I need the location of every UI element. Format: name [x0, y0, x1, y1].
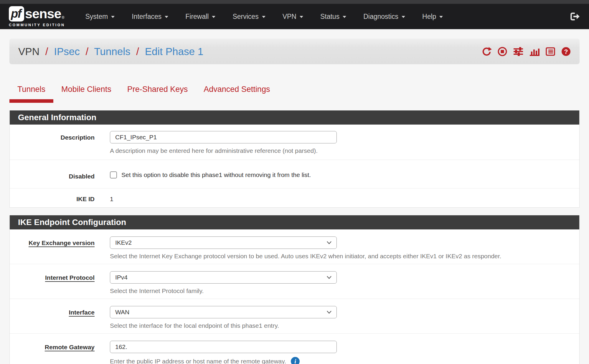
nav-item-interfaces[interactable]: Interfaces	[123, 13, 177, 21]
internet-protocol-row: Internet Protocol IPv4 Select the Intern…	[10, 264, 579, 299]
chevron-down-icon	[212, 16, 215, 18]
tab-bar: Tunnels Mobile Clients Pre-Shared Keys A…	[9, 82, 580, 103]
page-header-bar: VPN / IPsec / Tunnels / Edit Phase 1	[9, 39, 580, 64]
info-icon[interactable]: i	[291, 357, 300, 364]
chevron-down-icon	[402, 16, 405, 18]
disabled-label: Disabled	[10, 170, 95, 180]
internet-protocol-help-text: Select the Internet Protocol family.	[110, 287, 579, 294]
logo-brand-text: sense	[25, 6, 61, 21]
general-information-panel: General Information Description A descri…	[9, 110, 580, 208]
internet-protocol-select[interactable]: IPv4	[110, 271, 337, 284]
header-action-icons: ?	[481, 46, 571, 57]
chevron-down-icon	[326, 241, 332, 244]
ike-id-row: IKE ID 1	[10, 188, 579, 207]
sign-out-icon[interactable]	[570, 11, 580, 22]
chevron-down-icon	[326, 310, 332, 314]
description-label: Description	[10, 131, 95, 154]
breadcrumb-link-tunnels[interactable]: Tunnels	[94, 46, 130, 57]
pf-logo-mark: pf	[9, 6, 24, 21]
tab-tunnels[interactable]: Tunnels	[9, 82, 53, 103]
chevron-down-icon	[343, 16, 346, 18]
ike-endpoint-configuration-panel: IKE Endpoint Configuration Key Exchange …	[9, 215, 580, 364]
panel-title-general-information: General Information	[10, 110, 579, 125]
ike-id-value: 1	[110, 193, 579, 203]
nav-item-status[interactable]: Status	[312, 13, 355, 21]
logo-subtitle: COMMUNITY EDITION	[9, 23, 65, 27]
svg-text:?: ?	[564, 48, 568, 55]
key-exchange-row: Key Exchange version IKEv2 Select the In…	[10, 229, 579, 264]
tab-pre-shared-keys[interactable]: Pre-Shared Keys	[119, 82, 196, 103]
disabled-checkbox-label: Set this option to disable this phase1 w…	[121, 171, 311, 178]
pfsense-logo[interactable]: pf sense ® COMMUNITY EDITION	[9, 6, 65, 27]
nav-item-vpn[interactable]: VPN	[274, 13, 312, 21]
log-icon[interactable]	[545, 46, 556, 57]
remote-gateway-help-text: Enter the public IP address or host name…	[110, 358, 286, 364]
window-top-strip	[0, 0, 589, 4]
breadcrumb-section: VPN	[18, 46, 39, 57]
description-help-text: A description may be entered here for ad…	[110, 147, 579, 154]
registered-mark: ®	[62, 16, 65, 20]
nav-item-services[interactable]: Services	[224, 13, 274, 21]
key-exchange-label: Key Exchange version	[10, 236, 95, 260]
remote-gateway-input[interactable]	[110, 341, 337, 353]
main-navbar: pf sense ® COMMUNITY EDITION System Inte…	[0, 4, 589, 29]
tab-mobile-clients[interactable]: Mobile Clients	[53, 82, 119, 103]
help-icon[interactable]: ?	[561, 46, 571, 57]
nav-item-help[interactable]: Help	[414, 13, 451, 21]
interface-help-text: Select the interface for the local endpo…	[110, 322, 579, 329]
breadcrumb-link-ipsec[interactable]: IPsec	[54, 46, 80, 57]
description-row: Description A description may be entered…	[10, 125, 579, 160]
nav-item-firewall[interactable]: Firewall	[177, 13, 224, 21]
chevron-down-icon	[326, 276, 332, 279]
sliders-icon[interactable]	[513, 46, 524, 57]
breadcrumb: VPN / IPsec / Tunnels / Edit Phase 1	[18, 46, 203, 57]
nav-menu: System Interfaces Firewall Services VPN …	[77, 13, 570, 21]
disabled-checkbox[interactable]	[110, 171, 117, 178]
refresh-icon[interactable]	[481, 46, 492, 57]
chevron-down-icon	[262, 16, 265, 18]
disabled-row: Disabled Set this option to disable this…	[10, 160, 579, 188]
chevron-down-icon	[300, 16, 303, 18]
chevron-down-icon	[111, 16, 115, 18]
chevron-down-icon	[165, 16, 168, 18]
chevron-down-icon	[439, 16, 443, 18]
panel-title-ike-endpoint: IKE Endpoint Configuration	[10, 215, 579, 229]
interface-label: Interface	[10, 306, 95, 329]
tab-advanced-settings[interactable]: Advanced Settings	[196, 82, 278, 103]
breadcrumb-link-edit-phase1[interactable]: Edit Phase 1	[145, 46, 203, 57]
key-exchange-help-text: Select the Internet Key Exchange protoco…	[110, 253, 579, 260]
stop-icon[interactable]	[497, 46, 508, 57]
internet-protocol-label: Internet Protocol	[10, 271, 95, 294]
description-input[interactable]	[110, 131, 337, 143]
bar-chart-icon[interactable]	[529, 46, 540, 57]
remote-gateway-label: Remote Gateway	[10, 341, 95, 364]
ike-id-label: IKE ID	[10, 193, 95, 203]
key-exchange-select[interactable]: IKEv2	[110, 236, 337, 249]
nav-item-system[interactable]: System	[77, 13, 123, 21]
interface-select[interactable]: WAN	[110, 306, 337, 318]
remote-gateway-row: Remote Gateway Enter the public IP addre…	[10, 334, 579, 364]
nav-item-diagnostics[interactable]: Diagnostics	[355, 13, 414, 21]
interface-row: Interface WAN Select the interface for t…	[10, 299, 579, 334]
